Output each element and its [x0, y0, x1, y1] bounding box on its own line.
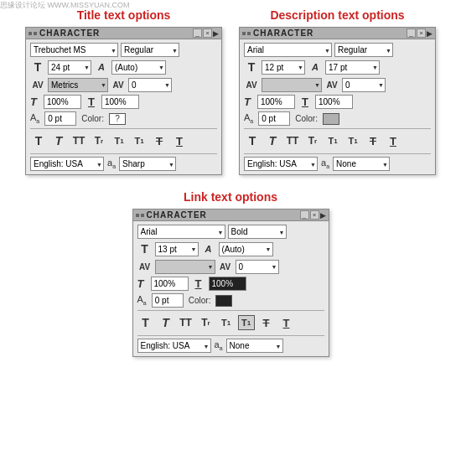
title-color-box[interactable]: ? — [109, 113, 126, 125]
link-btn-TT[interactable]: TT — [178, 315, 194, 330]
link-color-box[interactable] — [215, 295, 232, 307]
desc-btn-T-italic[interactable]: T — [264, 133, 281, 148]
link-lang-wrap[interactable]: English: USA ▼ — [137, 339, 211, 353]
title-panel-btns[interactable]: _ × ▶ — [193, 28, 219, 38]
title-btn-T-sup[interactable]: T1 — [111, 133, 127, 148]
link-tracking-select[interactable]: 0 — [236, 260, 279, 274]
link-baseline-val[interactable]: 0 pt — [152, 293, 184, 308]
link-style-select[interactable]: Bold — [228, 225, 287, 239]
link-size-select[interactable]: 13 pt — [155, 242, 199, 256]
desc-color-box[interactable] — [323, 113, 339, 125]
link-panel-minimize[interactable]: _ — [300, 210, 309, 220]
desc-sharp-wrap[interactable]: None ▼ — [333, 157, 390, 171]
desc-leading-wrap[interactable]: 17 pt ▼ — [325, 60, 380, 75]
link-btn-T-r[interactable]: Tr — [198, 315, 215, 330]
desc-tracking-wrap[interactable]: 0 ▼ — [342, 78, 386, 92]
link-lang-select[interactable]: English: USA — [137, 339, 211, 353]
title-tracking-wrap[interactable]: 0 ▼ — [128, 78, 172, 92]
desc-btn-T-sup[interactable]: T1 — [324, 133, 341, 148]
desc-panel-minimize[interactable]: _ — [407, 28, 416, 38]
link-style-wrap[interactable]: Bold ▼ — [228, 225, 287, 239]
title-panel-close[interactable]: × — [203, 28, 212, 38]
title-hscale-group: T 100% — [30, 95, 81, 109]
desc-btn-T-r[interactable]: Tr — [304, 133, 321, 148]
title-panel-menu[interactable]: ▶ — [213, 28, 219, 38]
title-btn-T-italic[interactable]: T — [50, 133, 67, 148]
title-btn-T[interactable]: T — [30, 133, 47, 148]
desc-baseline-val[interactable]: 0 pt — [258, 111, 290, 126]
link-size-wrap[interactable]: 13 pt ▼ — [155, 242, 199, 256]
link-hscale-val[interactable]: 100% — [151, 277, 189, 291]
title-style-select[interactable]: Regular — [121, 43, 179, 57]
link-leading-select[interactable]: (Auto) — [219, 242, 273, 256]
title-size-select[interactable]: 24 pt — [48, 60, 91, 75]
title-style-wrap[interactable]: Regular ▼ — [121, 43, 179, 57]
link-btn-T-strike[interactable]: T — [258, 315, 275, 330]
link-font-select[interactable]: Arial — [137, 225, 225, 239]
title-btn-TT[interactable]: TT — [70, 133, 87, 148]
desc-vscale-val[interactable]: 100% — [315, 95, 353, 109]
desc-lang-wrap[interactable]: English: USA ▼ — [244, 157, 318, 171]
title-vscale-val[interactable]: 100% — [101, 95, 139, 109]
title-lang-select[interactable]: English: USA — [30, 157, 104, 171]
title-metrics-wrap[interactable]: Metrics ▼ — [48, 78, 108, 92]
desc-vscale-icon: T — [302, 96, 313, 108]
link-metrics-select[interactable] — [155, 260, 215, 274]
link-tracking-wrap[interactable]: 0 ▼ — [236, 260, 279, 274]
link-panel-close[interactable]: × — [310, 210, 319, 220]
desc-panel-close[interactable]: × — [417, 28, 426, 38]
link-panel-menu[interactable]: ▶ — [320, 210, 326, 220]
title-sharp-wrap[interactable]: Sharp ▼ — [119, 157, 176, 171]
title-btn-T-strike[interactable]: T — [151, 133, 168, 148]
desc-size-select[interactable]: 12 pt — [262, 60, 305, 75]
desc-font-select[interactable]: Arial — [244, 43, 332, 57]
link-btn-T-sup[interactable]: T1 — [218, 315, 235, 330]
link-metrics-wrap[interactable]: ▼ — [155, 260, 215, 274]
title-tracking-select[interactable]: 0 — [128, 78, 172, 92]
link-sharp-wrap[interactable]: None ▼ — [226, 339, 283, 353]
desc-metrics-select[interactable] — [262, 78, 322, 92]
title-sharp-select[interactable]: Sharp — [119, 157, 176, 171]
link-font-wrap[interactable]: Arial ▼ — [137, 225, 225, 239]
title-metrics-select[interactable]: Metrics — [48, 78, 108, 92]
desc-tracking-select[interactable]: 0 — [342, 78, 386, 92]
desc-panel-menu[interactable]: ▶ — [427, 28, 433, 38]
title-btn-T-sub[interactable]: T1 — [131, 133, 148, 148]
title-baseline-val[interactable]: 0 pt — [44, 111, 76, 126]
link-sharp-select[interactable]: None — [226, 339, 283, 353]
desc-btn-T-under[interactable]: T — [385, 133, 401, 148]
desc-style-select[interactable]: Regular — [334, 43, 393, 57]
title-font-select[interactable]: Trebuchet MS — [30, 43, 118, 57]
title-btn-T-r[interactable]: Tr — [91, 133, 107, 148]
title-hscale-val[interactable]: 100% — [44, 95, 81, 109]
title-btn-T-under[interactable]: T — [171, 133, 188, 148]
desc-leading-select[interactable]: 17 pt — [325, 60, 380, 75]
link-btn-T-sub[interactable]: T1 — [238, 315, 255, 330]
desc-panel-btns[interactable]: _ × ▶ — [407, 28, 433, 38]
link-vscale-val[interactable]: 100% — [209, 277, 246, 291]
title-leading-wrap[interactable]: (Auto) ▼ — [111, 60, 166, 75]
desc-btn-T-strike[interactable]: T — [365, 133, 381, 148]
desc-sharp-select[interactable]: None — [333, 157, 390, 171]
desc-btn-TT[interactable]: TT — [284, 133, 301, 148]
link-btn-T-under[interactable]: T — [278, 315, 295, 330]
link-btn-T[interactable]: T — [137, 315, 154, 330]
desc-lang-select[interactable]: English: USA — [244, 157, 318, 171]
title-size-wrap[interactable]: 24 pt ▼ — [48, 60, 91, 75]
link-panel-btns[interactable]: _ × ▶ — [300, 210, 326, 220]
desc-metrics-wrap[interactable]: ▼ — [262, 78, 322, 92]
desc-style-wrap[interactable]: Regular ▼ — [334, 43, 393, 57]
link-aa-icon: aa — [215, 339, 223, 351]
link-btn-T-italic[interactable]: T — [158, 315, 174, 330]
link-leading-wrap[interactable]: (Auto) ▼ — [219, 242, 273, 256]
title-panel-minimize[interactable]: _ — [193, 28, 202, 38]
desc-size-wrap[interactable]: 12 pt ▼ — [262, 60, 305, 75]
desc-btn-T[interactable]: T — [244, 133, 261, 148]
desc-font-wrap[interactable]: Arial ▼ — [244, 43, 332, 57]
desc-btn-T-sub[interactable]: T1 — [344, 133, 361, 148]
desc-hscale-val[interactable]: 100% — [257, 95, 295, 109]
title-leading-select[interactable]: (Auto) — [111, 60, 166, 75]
title-lang-wrap[interactable]: English: USA ▼ — [30, 157, 104, 171]
title-font-wrap[interactable]: Trebuchet MS ▼ — [30, 43, 118, 57]
title-aa-icon: aa — [107, 158, 116, 169]
